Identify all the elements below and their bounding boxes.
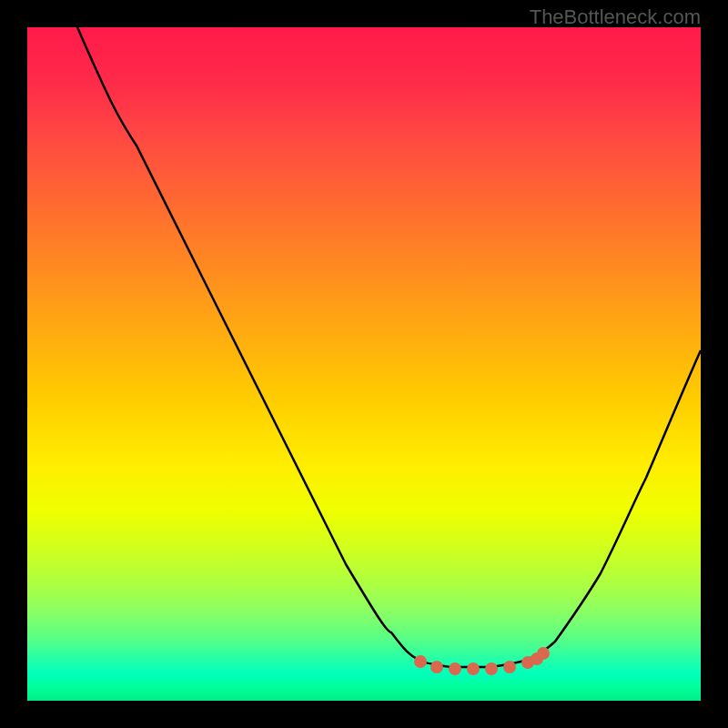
marker-dot bbox=[414, 655, 427, 668]
marker-dot bbox=[430, 661, 443, 673]
chart-area bbox=[27, 27, 701, 701]
marker-group bbox=[414, 647, 550, 675]
watermark-text: TheBottleneck.com bbox=[530, 5, 701, 29]
marker-dot bbox=[537, 647, 550, 660]
chart-svg bbox=[27, 27, 701, 701]
marker-dot bbox=[449, 662, 461, 675]
marker-dot bbox=[467, 662, 480, 675]
marker-dot bbox=[503, 661, 516, 673]
marker-dot bbox=[485, 662, 498, 675]
bottleneck-curve-path bbox=[77, 27, 701, 667]
